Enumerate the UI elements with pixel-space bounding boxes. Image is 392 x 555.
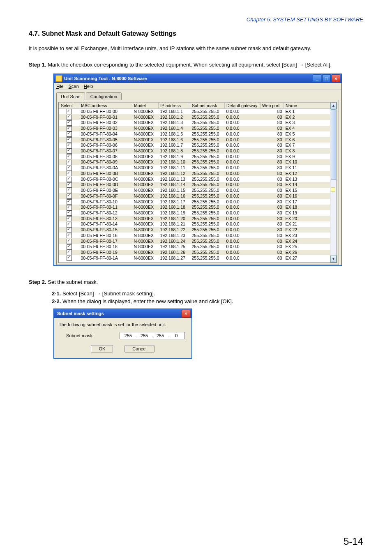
col-select[interactable]: Select	[59, 102, 79, 108]
unit-scanning-window: Unit Scannning Tool - N-8000 Software _ …	[53, 74, 342, 266]
step-1: Step 1. Mark the checkbox corresponding …	[29, 61, 363, 69]
step-2-2-label: 2-2.	[52, 298, 61, 304]
equipment-grid: Select MAC address Model IP address Subn…	[58, 102, 337, 263]
ip-octet-1[interactable]: 255	[122, 333, 134, 338]
step-1-label: Step 1.	[29, 62, 46, 68]
step-1-text: Mark the checkbox corresponding to the s…	[48, 62, 332, 68]
table-row[interactable]: 00-05-F9-FF-80-01N-8000EX192.168.1.2255.…	[59, 114, 330, 120]
subnet-mask-label: Subnet mask:	[59, 333, 120, 338]
table-row[interactable]: 00-05-F9-FF-80-0CN-8000EX192.168.1.13255…	[59, 176, 330, 182]
dialog-description: The following subnet mask is set for the…	[59, 322, 187, 327]
table-row[interactable]: 00-05-F9-FF-80-06N-8000EX192.168.1.7255.…	[59, 143, 330, 148]
step-2-1: 2-1. Select [Scan] → [Subnet mask settin…	[52, 290, 363, 297]
table-row[interactable]: 00-05-F9-FF-80-18N-8000EX192.168.1.25255…	[59, 244, 330, 250]
step-2: Step 2. Set the subnet mask.	[29, 278, 363, 287]
intro-text: It is possible to set all Exchanges, Mul…	[29, 45, 363, 53]
step-2-1-text: Select [Scan] → [Subnet mask setting].	[62, 290, 155, 297]
col-model[interactable]: Model	[132, 102, 159, 108]
window-title: Unit Scannning Tool - N-8000 Software	[64, 76, 313, 81]
step-2-text: Set the subnet mask.	[48, 279, 98, 285]
col-ip[interactable]: IP address	[159, 102, 190, 108]
dialog-title: Subnet mask settings	[57, 311, 182, 316]
ok-button[interactable]: OK	[91, 345, 113, 352]
table-row[interactable]: 00-05-F9-FF-80-02N-8000EX192.168.1.3255.…	[59, 120, 330, 126]
table-row[interactable]: 00-05-F9-FF-80-12N-8000EX192.168.1.19255…	[59, 210, 330, 216]
menu-bar: File Scan Help	[54, 83, 341, 90]
tab-unit-scan[interactable]: Unit Scan	[56, 92, 85, 100]
scroll-marker	[331, 187, 335, 192]
menu-help[interactable]: Help	[84, 84, 93, 89]
table-row[interactable]: 00-05-F9-FF-80-10N-8000EX192.168.1.17255…	[59, 199, 330, 205]
menu-scan[interactable]: Scan	[69, 84, 79, 89]
page-number: 5-14	[344, 536, 363, 547]
ip-octet-2[interactable]: 255	[138, 333, 150, 338]
table-row[interactable]: 00-05-F9-FF-80-19N-8000EX192.168.1.26255…	[59, 250, 330, 256]
step-2-2-text: When the dialog is displayed, enter the …	[62, 298, 233, 304]
menu-file[interactable]: File	[56, 84, 64, 89]
col-gw[interactable]: Default gateway	[225, 102, 261, 108]
app-icon	[55, 75, 62, 82]
titlebar: Unit Scannning Tool - N-8000 Software _ …	[54, 74, 341, 83]
scroll-thumb[interactable]	[331, 109, 336, 180]
table-row[interactable]: 00-05-F9-FF-80-14N-8000EX192.168.1.21255…	[59, 221, 330, 227]
table-row[interactable]: 00-05-F9-FF-80-15N-8000EX192.168.1.22255…	[59, 227, 330, 233]
table-row[interactable]: 00-05-F9-FF-80-17N-8000EX192.168.1.24255…	[59, 238, 330, 244]
table-row[interactable]: 00-05-F9-FF-80-09N-8000EX192.168.1.10255…	[59, 159, 330, 165]
table-row[interactable]: 00-05-F9-FF-80-16N-8000EX192.168.1.23255…	[59, 233, 330, 238]
ip-octet-4[interactable]: 0	[171, 333, 182, 338]
step-2-2: 2-2. When the dialog is displayed, enter…	[52, 298, 363, 304]
table-row[interactable]: 00-05-F9-FF-80-03N-8000EX192.168.1.4255.…	[59, 126, 330, 131]
table-row[interactable]: 00-05-F9-FF-80-0FN-8000EX192.168.1.16255…	[59, 193, 330, 199]
table-row[interactable]: 00-05-F9-FF-80-0DN-8000EX192.168.1.14255…	[59, 182, 330, 188]
table-row[interactable]: 00-05-F9-FF-80-04N-8000EX192.168.1.5255.…	[59, 131, 330, 137]
table-row[interactable]: 00-05-F9-FF-80-08N-8000EX192.168.1.9255.…	[59, 154, 330, 159]
table-row[interactable]: 00-05-F9-FF-80-0AN-8000EX192.168.1.11255…	[59, 165, 330, 171]
step-2-1-label: 2-1.	[52, 290, 61, 297]
table-row[interactable]: 00-05-F9-FF-80-0EN-8000EX192.168.1.15255…	[59, 188, 330, 193]
subnet-mask-input[interactable]: 255. 255. 255. 0	[120, 332, 185, 339]
row-checkbox[interactable]	[67, 256, 72, 261]
vertical-scrollbar[interactable]: ▲ ▼	[330, 102, 337, 263]
col-mac[interactable]: MAC address	[79, 102, 132, 108]
table-row[interactable]: 00-05-F9-FF-80-00N-8000EX192.168.1.1255.…	[59, 108, 330, 114]
col-mask[interactable]: Subnet mask	[190, 102, 225, 108]
minimize-button[interactable]: _	[313, 74, 321, 82]
tab-configuration[interactable]: Configuration	[86, 92, 122, 100]
col-name[interactable]: Name	[284, 102, 330, 108]
scroll-down-icon[interactable]: ▼	[330, 256, 337, 263]
scroll-up-icon[interactable]: ▲	[330, 102, 337, 109]
table-row[interactable]: 00-05-F9-FF-80-13N-8000EX192.168.1.20255…	[59, 216, 330, 221]
subnet-mask-dialog: Subnet mask settings × The following sub…	[53, 309, 192, 359]
table-row[interactable]: 00-05-F9-FF-80-05N-8000EX192.168.1.6255.…	[59, 137, 330, 143]
cancel-button[interactable]: Cancel	[125, 345, 154, 352]
table-row[interactable]: 00-05-F9-FF-80-07N-8000EX192.168.1.8255.…	[59, 148, 330, 154]
col-port[interactable]: Web port	[261, 102, 284, 108]
ip-octet-3[interactable]: 255	[154, 333, 166, 338]
maximize-button[interactable]: □	[322, 74, 331, 82]
close-button[interactable]: ×	[332, 74, 340, 82]
table-row[interactable]: 00-05-F9-FF-80-1AN-8000EX192.168.1.27255…	[59, 255, 330, 261]
chapter-header: Chapter 5: SYSTEM SETTINGS BY SOFTWARE	[29, 16, 363, 23]
table-row[interactable]: 00-05-F9-FF-80-11N-8000EX192.168.1.18255…	[59, 205, 330, 210]
section-title: 4.7. Subnet Mask and Default Gateway Set…	[29, 30, 363, 37]
table-row[interactable]: 00-05-F9-FF-80-0BN-8000EX192.168.1.12255…	[59, 171, 330, 177]
step-2-label: Step 2.	[29, 279, 46, 285]
dialog-close-button[interactable]: ×	[182, 310, 190, 318]
